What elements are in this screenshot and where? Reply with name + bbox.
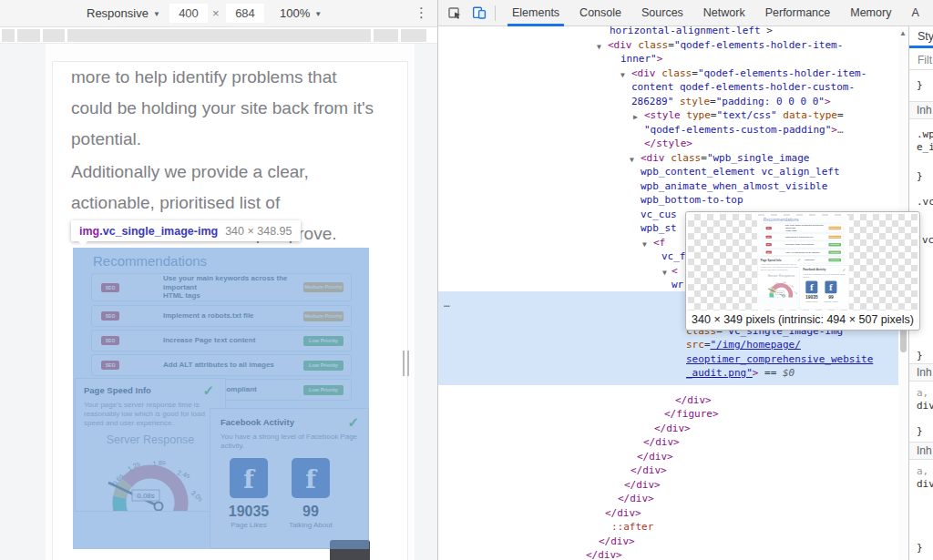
- priority-pill[interactable]: Low Priority: [828, 243, 841, 246]
- media-query-segment[interactable]: [374, 29, 398, 42]
- tab-console[interactable]: Console: [569, 0, 631, 26]
- twisty-icon[interactable]: ▼: [620, 68, 625, 82]
- dom-tree-node[interactable]: seoptimer_comprehensive_website: [686, 352, 873, 366]
- dom-tree-node[interactable]: ▼<div class="qodef-elements-holder-item-: [608, 38, 843, 52]
- viewport-height-input[interactable]: 684: [226, 4, 264, 23]
- dom-tree-node[interactable]: vc_f: [661, 249, 686, 263]
- dom-tree-node[interactable]: wr: [672, 278, 683, 291]
- style-rule-text[interactable]: div: [917, 478, 933, 490]
- twisty-icon[interactable]: ▶: [633, 110, 638, 124]
- recommendation-row[interactable]: SEOUse your main keywords across the imp…: [91, 273, 352, 301]
- recommendation-row[interactable]: SEOIncrease Page text contentLow Priorit…: [763, 241, 844, 248]
- scroll-widget[interactable]: [330, 540, 370, 560]
- priority-pill[interactable]: Medium Priority: [303, 282, 343, 292]
- tab-elements[interactable]: Elements: [502, 0, 569, 26]
- dom-tree-node[interactable]: _audit.png"> == $0: [686, 366, 795, 380]
- kebab-menu-icon[interactable]: ⋮: [415, 5, 428, 21]
- style-rule-text[interactable]: }: [917, 350, 923, 361]
- tab-sources[interactable]: Sources: [631, 0, 693, 26]
- priority-pill[interactable]: Medium Priority: [828, 236, 841, 239]
- twisty-icon[interactable]: ▼: [597, 40, 601, 54]
- recommendation-row[interactable]: SEOImplement a robots.txt fileMedium Pri…: [763, 234, 844, 240]
- viewport-width-input[interactable]: 400: [169, 4, 208, 23]
- tab-a[interactable]: A: [901, 0, 928, 26]
- audit-image[interactable]: RecommendationsSEOUse your main keywords…: [73, 248, 369, 549]
- inspect-cursor-icon[interactable]: [446, 5, 463, 21]
- device-toolbar-icon[interactable]: [471, 5, 487, 21]
- priority-pill[interactable]: Medium Priority: [303, 311, 343, 321]
- viewport-resize-handle[interactable]: [403, 351, 410, 376]
- style-rule-text[interactable]: a,: [917, 387, 928, 399]
- styles-filter[interactable]: Filt: [909, 48, 933, 70]
- tab-memory[interactable]: Memory: [840, 0, 901, 26]
- recommendation-row[interactable]: SEOIncrease Page text contentLow Priorit…: [91, 330, 352, 351]
- dom-tree-node[interactable]: ▼<: [672, 264, 678, 278]
- twisty-icon[interactable]: ▼: [642, 238, 647, 251]
- dom-tree-node[interactable]: inner">: [620, 52, 662, 66]
- dom-tree-node[interactable]: </div>: [605, 506, 641, 520]
- priority-pill[interactable]: Low Priority: [303, 336, 343, 346]
- check-icon: ✓: [797, 258, 801, 263]
- priority-pill[interactable]: Low Priority: [303, 385, 343, 395]
- dom-tree-node[interactable]: </div>: [599, 535, 635, 548]
- style-rule-text[interactable]: vc: [922, 234, 933, 246]
- style-rule-text[interactable]: e_i: [917, 141, 933, 153]
- media-query-segment[interactable]: [17, 29, 40, 42]
- dom-tree-node[interactable]: </figure>: [664, 407, 719, 421]
- dom-tree-node[interactable]: "qodef-elements-custom-padding">…: [644, 123, 844, 137]
- dom-tree-node[interactable]: </div>: [618, 492, 654, 505]
- dom-tree-node[interactable]: </div>: [643, 435, 680, 449]
- media-query-segment[interactable]: [67, 29, 371, 42]
- media-query-segment[interactable]: [401, 29, 426, 42]
- style-rule-text[interactable]: a,: [917, 465, 928, 477]
- recommendation-row[interactable]: SEOAdd ALT attributes to all imagesLow P…: [763, 249, 844, 255]
- dom-tree-node[interactable]: …: [444, 297, 450, 311]
- media-query-segment[interactable]: [2, 29, 15, 42]
- dom-tree-node[interactable]: 286289" style="padding: 0 0 0 0">: [631, 95, 831, 108]
- style-rule-text[interactable]: .wp: [917, 128, 933, 140]
- dom-tree-node[interactable]: wpb_st: [641, 221, 677, 235]
- device-mode-select[interactable]: Responsive▼: [87, 6, 160, 20]
- style-rule-text[interactable]: }: [917, 79, 923, 91]
- zoom-select[interactable]: 100%▼: [280, 6, 322, 20]
- tab-styles[interactable]: Sty: [918, 30, 933, 43]
- twisty-icon[interactable]: ▼: [662, 266, 667, 280]
- media-query-segment[interactable]: [43, 29, 65, 42]
- dom-tree-node[interactable]: </div>: [586, 548, 622, 560]
- style-rule-text[interactable]: }: [917, 425, 923, 437]
- dom-tree-node[interactable]: ▶<style type="text/css" data-type=: [644, 108, 844, 122]
- priority-pill[interactable]: Low Priority: [828, 259, 841, 261]
- dom-tree-node[interactable]: </div>: [624, 478, 661, 492]
- dom-tree-node[interactable]: </div>: [654, 422, 691, 435]
- dom-tree-node[interactable]: </div>: [631, 463, 667, 477]
- dom-tree-node[interactable]: wpb_bottom-to-top: [641, 193, 743, 207]
- recommendation-row[interactable]: SEOAdd ALT attributes to all imagesLow P…: [91, 354, 352, 376]
- dom-tree-node[interactable]: horizontal-alignment-left >: [610, 26, 773, 37]
- page-speed-card: Page Speed Info✓Your page's server respo…: [75, 378, 226, 512]
- style-rule-text[interactable]: }: [917, 170, 923, 182]
- twisty-icon[interactable]: ▼: [630, 153, 634, 167]
- dom-tree-node[interactable]: vc_cus: [641, 208, 677, 221]
- style-rule-text[interactable]: }: [917, 542, 923, 554]
- dom-tree-node[interactable]: ▼<div class="qodef-elements-holder-item-: [631, 66, 866, 80]
- dom-tree-node[interactable]: src="/img/homepage/: [686, 338, 801, 351]
- style-rule-text[interactable]: .vc: [917, 196, 933, 208]
- priority-pill[interactable]: Low Priority: [828, 250, 841, 253]
- dom-tree-node[interactable]: </div>: [637, 450, 673, 463]
- priority-pill[interactable]: Low Priority: [303, 361, 343, 371]
- tab-performance[interactable]: Performance: [755, 0, 841, 26]
- recommendation-row[interactable]: SEOImplement a robots.txt fileMedium Pri…: [91, 305, 352, 327]
- dom-tree-node[interactable]: wpb_animate_when_almost_visible: [641, 179, 827, 193]
- dom-tree-node[interactable]: wpb_content_element vc_align_left: [641, 165, 840, 178]
- dom-tree-node[interactable]: ▼<f: [653, 236, 665, 249]
- dom-tree-node[interactable]: ▼<div class="wpb_single_image: [641, 151, 809, 165]
- dom-tree-node[interactable]: </div>: [675, 393, 712, 407]
- style-rule-text[interactable]: div: [917, 400, 933, 412]
- tab-network[interactable]: Network: [693, 0, 755, 26]
- recommendation-row[interactable]: SEOUse your main keywords across the imp…: [763, 224, 844, 233]
- dom-tree-node[interactable]: </style>: [644, 137, 692, 150]
- scrollbar-up-icon[interactable]: ▲: [899, 29, 907, 37]
- dom-tree-node[interactable]: ::after: [611, 520, 653, 534]
- dom-tree-node[interactable]: content qodef-elements-holder-custom-: [631, 80, 855, 94]
- priority-pill[interactable]: Medium Priority: [828, 227, 841, 229]
